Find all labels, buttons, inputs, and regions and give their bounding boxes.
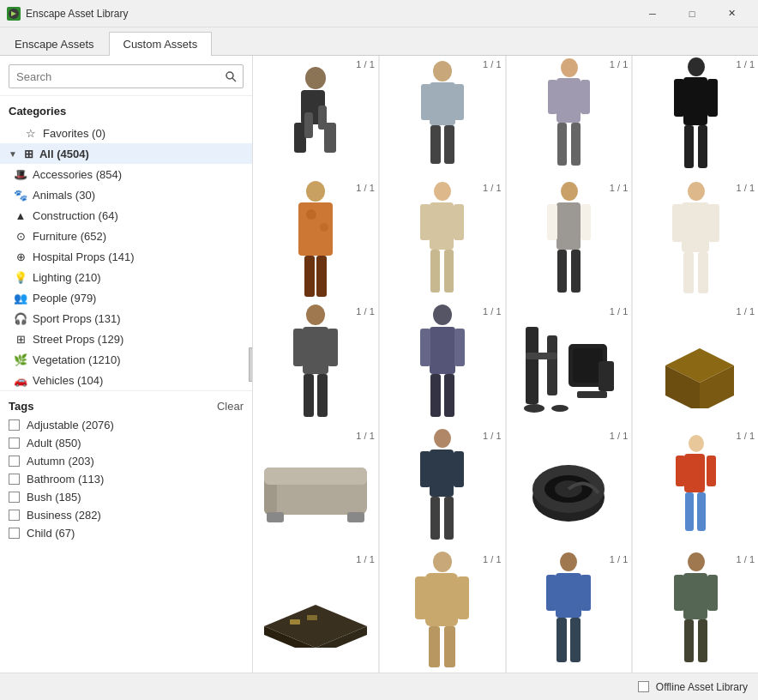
- category-people[interactable]: 👥 People (979): [0, 287, 252, 308]
- asset-cell-13[interactable]: 1 / 1: [253, 427, 378, 552]
- asset-cell-2[interactable]: 1 / 1: [380, 56, 505, 181]
- tab-custom-assets[interactable]: Custom Assets: [109, 32, 213, 56]
- tag-child[interactable]: Child (67): [0, 524, 252, 542]
- svg-rect-84: [420, 451, 430, 487]
- svg-point-59: [433, 305, 452, 325]
- minimize-button[interactable]: ─: [633, 2, 672, 26]
- tab-enscape-assets[interactable]: Enscape Assets: [0, 32, 109, 56]
- asset-cell-14[interactable]: 1 / 1: [380, 427, 505, 552]
- asset-cell-1[interactable]: 1 / 1: [253, 56, 378, 181]
- svg-rect-118: [707, 575, 718, 611]
- tag-bathroom[interactable]: Bathroom (113): [0, 470, 252, 488]
- category-vegetation[interactable]: 🌿 Vegetation (1210): [0, 349, 252, 370]
- svg-rect-43: [547, 204, 557, 240]
- asset-cell-9[interactable]: 1 / 1: [253, 303, 378, 428]
- svg-rect-35: [430, 202, 454, 250]
- search-input[interactable]: [9, 70, 219, 83]
- svg-rect-25: [707, 79, 718, 117]
- app-title: Enscape Asset Library: [26, 8, 128, 20]
- svg-rect-37: [454, 204, 464, 240]
- asset-badge-20: 1 / 1: [737, 554, 755, 564]
- asset-cell-10[interactable]: 1 / 1: [380, 303, 505, 428]
- asset-cell-18[interactable]: 1 / 1: [380, 551, 505, 673]
- category-sport[interactable]: 🎧 Sport Props (131): [0, 308, 252, 329]
- svg-rect-86: [430, 497, 440, 540]
- svg-rect-48: [682, 202, 709, 252]
- svg-point-82: [434, 429, 451, 448]
- favorites-item[interactable]: ☆ Favorites (0): [0, 123, 252, 143]
- svg-rect-19: [581, 80, 590, 114]
- svg-point-53: [306, 305, 325, 325]
- asset-cell-7[interactable]: 1 / 1: [507, 179, 632, 305]
- asset-badge-19: 1 / 1: [610, 554, 628, 564]
- asset-cell-5[interactable]: 1 / 1: [253, 179, 378, 305]
- tag-child-checkbox[interactable]: [9, 528, 20, 539]
- all-category-item[interactable]: ▼ ⊞ All (4504): [0, 143, 252, 164]
- category-animals[interactable]: 🐾 Animals (30): [0, 184, 252, 205]
- svg-rect-69: [573, 348, 603, 383]
- category-furniture[interactable]: ⊙ Furniture (652): [0, 226, 252, 246]
- svg-point-28: [306, 181, 325, 202]
- hospital-icon: ⊕: [14, 250, 27, 263]
- tag-adult[interactable]: Adult (850): [0, 434, 252, 452]
- asset-cell-16[interactable]: 1 / 1: [633, 427, 758, 552]
- clear-button[interactable]: Clear: [217, 400, 244, 413]
- svg-rect-106: [457, 576, 469, 619]
- tag-bush-label: Bush (185): [27, 491, 81, 504]
- category-vehicles-label: Vehicles (104): [33, 374, 103, 387]
- category-hospital-label: Hospital Props (141): [33, 250, 135, 263]
- svg-point-31: [320, 223, 328, 232]
- bottom-bar: Offline Asset Library: [0, 673, 758, 700]
- search-button[interactable]: [219, 65, 243, 88]
- svg-rect-108: [444, 626, 455, 667]
- tag-bush-checkbox[interactable]: [9, 492, 20, 503]
- tag-autumn[interactable]: Autumn (203): [0, 452, 252, 470]
- svg-rect-66: [547, 335, 557, 395]
- svg-rect-93: [684, 454, 705, 492]
- asset-badge-17: 1 / 1: [356, 554, 374, 564]
- svg-rect-26: [684, 125, 694, 168]
- svg-rect-113: [556, 618, 567, 662]
- tag-adjustable[interactable]: Adjustable (2076): [0, 416, 252, 434]
- title-bar: Enscape Asset Library ─ □ ✕: [0, 0, 758, 27]
- tag-adjustable-checkbox[interactable]: [9, 419, 20, 431]
- svg-rect-32: [304, 256, 315, 297]
- svg-rect-50: [708, 204, 719, 242]
- animals-icon: 🐾: [14, 188, 27, 202]
- asset-cell-20[interactable]: 1 / 1: [633, 551, 758, 673]
- category-hospital[interactable]: ⊕ Hospital Props (141): [0, 246, 252, 267]
- svg-rect-58: [317, 374, 328, 417]
- asset-badge-11: 1 / 1: [610, 306, 628, 317]
- tag-autumn-checkbox[interactable]: [9, 456, 20, 467]
- svg-rect-95: [707, 456, 716, 486]
- app-icon: [7, 7, 21, 21]
- asset-badge-4: 1 / 1: [737, 59, 755, 69]
- svg-point-16: [561, 58, 578, 77]
- category-construction[interactable]: ▲ Construction (64): [0, 205, 252, 226]
- tag-bathroom-checkbox[interactable]: [9, 474, 20, 485]
- tag-business[interactable]: Business (282): [0, 506, 252, 524]
- category-lighting[interactable]: 💡 Lighting (210): [0, 267, 252, 287]
- category-accessories[interactable]: 🎩 Accessories (854): [0, 164, 252, 184]
- asset-cell-19[interactable]: 1 / 1: [507, 551, 632, 673]
- offline-checkbox[interactable]: [638, 681, 649, 692]
- sidebar-scroll: Categories ☆ Favorites (0) ▼ ⊞ All (4504…: [0, 96, 252, 673]
- category-construction-label: Construction (64): [33, 209, 118, 222]
- asset-cell-4[interactable]: 1 / 1: [633, 56, 758, 181]
- asset-cell-3[interactable]: 1 / 1: [507, 56, 632, 181]
- tag-business-checkbox[interactable]: [9, 510, 20, 521]
- asset-cell-17[interactable]: 1 / 1: [253, 551, 378, 673]
- asset-badge-14: 1 / 1: [483, 431, 501, 441]
- category-vehicles[interactable]: 🚗 Vehicles (104): [0, 370, 252, 390]
- asset-cell-8[interactable]: 1 / 1: [633, 179, 758, 305]
- maximize-button[interactable]: □: [672, 2, 712, 26]
- category-street[interactable]: ⊞ Street Props (129): [0, 329, 252, 349]
- asset-cell-15[interactable]: 1 / 1: [507, 427, 632, 552]
- tag-bush[interactable]: Bush (185): [0, 488, 252, 506]
- people-icon: 👥: [14, 291, 27, 305]
- close-button[interactable]: ✕: [712, 2, 751, 26]
- asset-cell-11[interactable]: 1 / 1: [507, 303, 632, 428]
- asset-cell-12[interactable]: 1 / 1: [633, 303, 758, 428]
- asset-cell-6[interactable]: 1 / 1: [380, 179, 505, 305]
- tag-adult-checkbox[interactable]: [9, 438, 20, 449]
